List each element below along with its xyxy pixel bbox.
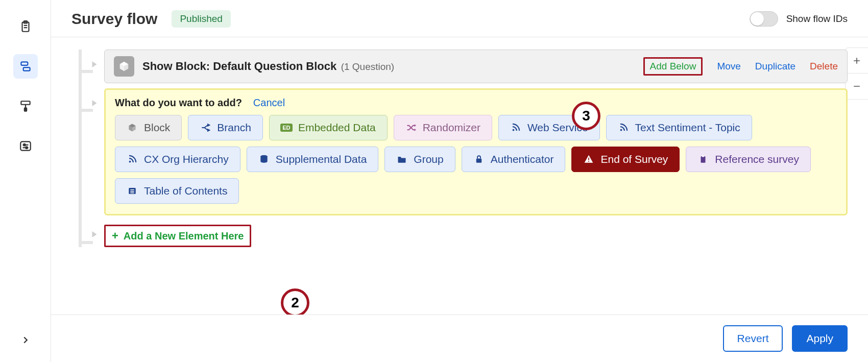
svg-rect-28 [589, 161, 590, 162]
block-actions: Add Below Move Duplicate Delete [643, 57, 838, 76]
svg-marker-35 [92, 231, 97, 237]
flow-tick-icon [90, 60, 99, 71]
header-bar: Survey flow Published Show flow IDs [51, 0, 868, 37]
block-subtitle: (1 Question) [341, 61, 395, 72]
zoom-in-button[interactable] [846, 48, 868, 74]
delete-button[interactable]: Delete [810, 61, 838, 72]
option-branch[interactable]: Branch [188, 115, 263, 140]
branch-icon [200, 122, 211, 133]
cancel-link[interactable]: Cancel [253, 97, 285, 109]
option-reference[interactable]: Reference survey [686, 147, 811, 172]
warning-icon [583, 154, 594, 165]
annotation-2: 2 [281, 288, 309, 315]
option-text-sentiment[interactable]: Text Sentiment - Topic [606, 115, 752, 140]
flow-add-panel-row: What do you want to add? Cancel Block Br… [87, 88, 848, 215]
nav-collapse-icon[interactable] [20, 334, 31, 348]
svg-rect-26 [476, 159, 481, 163]
move-button[interactable]: Move [717, 61, 740, 72]
duplicate-button[interactable]: Duplicate [755, 61, 795, 72]
option-supplemental[interactable]: Supplemental Data [247, 147, 379, 172]
option-end-survey[interactable]: End of Survey [571, 147, 680, 172]
element-type-options: Block Branch ED Embedded Data [115, 115, 837, 204]
option-cx-org[interactable]: CX Org Hierarchy [115, 147, 240, 172]
flow-tick-icon [90, 99, 99, 110]
option-group-label: Group [414, 153, 443, 165]
option-toc[interactable]: Table of Contents [115, 178, 239, 204]
annotation-3: 3 [572, 102, 600, 130]
option-text-sentiment-label: Text Sentiment - Topic [635, 122, 740, 134]
option-end-survey-label: End of Survey [600, 153, 668, 165]
list-icon [127, 185, 138, 197]
zoom-out-button[interactable] [846, 74, 868, 99]
svg-rect-4 [21, 62, 28, 65]
flow-tick-icon [90, 230, 99, 241]
apply-button[interactable]: Apply [792, 325, 848, 352]
add-new-element-link[interactable]: + Add a New Element Here [104, 225, 251, 247]
svg-rect-8 [20, 141, 31, 150]
flow-block-row: Show Block: Default Question Block (1 Qu… [87, 50, 848, 83]
option-reference-label: Reference survey [715, 153, 799, 165]
svg-point-23 [620, 129, 622, 131]
block-title-prefix: Show Block: [142, 60, 213, 73]
block-title-wrap: Show Block: Default Question Block (1 Qu… [142, 60, 394, 73]
shuffle-icon [405, 122, 417, 133]
option-toc-label: Table of Contents [144, 185, 227, 197]
svg-marker-20 [414, 124, 416, 127]
option-group[interactable]: Group [384, 147, 455, 172]
svg-rect-5 [23, 67, 30, 71]
svg-rect-27 [589, 158, 590, 160]
add-panel-question: What do you want to add? [115, 97, 242, 109]
flow-canvas: Show Block: Default Question Block (1 Qu… [51, 37, 868, 315]
database-icon [258, 154, 270, 165]
add-below-button[interactable]: Add Below [643, 57, 703, 76]
option-embedded-data[interactable]: ED Embedded Data [269, 115, 388, 140]
option-authenticator-label: Authenticator [491, 153, 554, 165]
svg-rect-7 [24, 108, 26, 111]
lock-icon [473, 154, 485, 165]
main-panel: Survey flow Published Show flow IDs [51, 0, 868, 362]
svg-point-22 [513, 129, 515, 131]
show-flow-ids-label: Show flow IDs [786, 13, 848, 25]
revert-button[interactable]: Revert [723, 325, 783, 352]
flow-add-new-row: + Add a New Element Here [87, 225, 848, 247]
svg-marker-19 [208, 129, 209, 131]
option-randomizer-label: Randomizer [423, 122, 480, 134]
svg-rect-6 [21, 101, 30, 105]
folder-icon [396, 154, 407, 165]
option-cx-org-label: CX Org Hierarchy [144, 153, 229, 165]
svg-point-10 [23, 144, 25, 146]
option-block[interactable]: Block [115, 115, 182, 140]
nav-flow-icon[interactable] [13, 54, 38, 79]
cube-icon [114, 56, 134, 77]
nav-clipboard-icon[interactable] [13, 14, 38, 39]
clipboard-icon [697, 154, 709, 165]
app-root: Survey flow Published Show flow IDs [0, 0, 868, 362]
nav-paint-icon[interactable] [13, 94, 38, 118]
zoom-controls [845, 47, 868, 100]
block-title-name: Default Question Block [213, 60, 336, 73]
add-element-panel: What do you want to add? Cancel Block Br… [104, 88, 848, 215]
option-authenticator[interactable]: Authenticator [462, 147, 566, 172]
svg-marker-16 [92, 61, 97, 67]
embedded-data-icon: ED [281, 122, 292, 133]
svg-rect-30 [702, 156, 705, 157]
cube-icon [127, 122, 138, 133]
left-nav [0, 0, 51, 362]
show-flow-ids-toggle[interactable] [750, 11, 778, 27]
rss-icon [618, 122, 629, 133]
flow-tree: Show Block: Default Question Block (1 Qu… [79, 50, 848, 247]
plus-icon: + [112, 229, 118, 243]
option-randomizer[interactable]: Randomizer [394, 115, 492, 140]
svg-rect-29 [701, 156, 706, 163]
svg-point-24 [129, 161, 131, 163]
nav-sliders-icon[interactable] [13, 134, 38, 158]
footer-bar: Revert Apply [51, 315, 868, 362]
option-supplemental-label: Supplemental Data [276, 153, 367, 165]
svg-marker-18 [208, 124, 209, 126]
option-embedded-data-label: Embedded Data [298, 122, 376, 134]
rss-icon [127, 154, 138, 165]
svg-marker-17 [92, 100, 97, 106]
question-block-card[interactable]: Show Block: Default Question Block (1 Qu… [104, 50, 848, 83]
svg-point-12 [26, 147, 28, 149]
option-branch-label: Branch [217, 122, 251, 134]
